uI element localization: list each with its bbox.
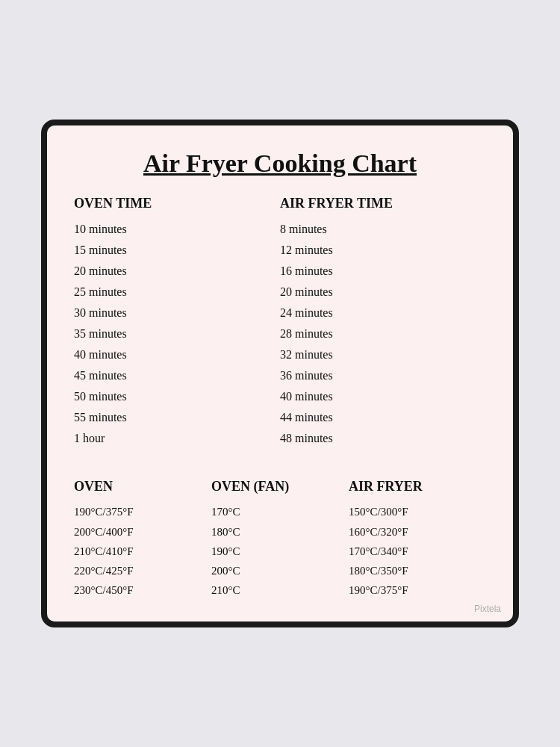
air-fryer-time-item: 8 minutes (280, 219, 486, 240)
oven-time-item: 30 minutes (74, 303, 280, 323)
oven-fan-temp-item: 190°C (211, 542, 349, 561)
air-fryer-temp-list: 150°C/300°F160°C/320°F170°C/340°F180°C/3… (349, 502, 486, 600)
oven-fan-temp-item: 210°C (211, 580, 349, 600)
air-fryer-time-list: 8 minutes12 minutes16 minutes20 minutes2… (280, 219, 486, 449)
oven-fan-header: OVEN (FAN) (211, 479, 349, 495)
air-fryer-time-item: 12 minutes (280, 240, 486, 261)
oven-time-item: 55 minutes (74, 407, 280, 428)
air-fryer-temp-item: 190°C/375°F (349, 580, 486, 600)
air-fryer-time-header: AIR FRYER TIME (280, 196, 486, 211)
main-title: Air Fryer Cooking Chart (74, 149, 486, 178)
oven-time-item: 25 minutes (74, 282, 280, 303)
time-section: OVEN TIME 10 minutes15 minutes20 minutes… (74, 196, 486, 449)
oven-temp-list: 190°C/375°F200°C/400°F210°C/410°F220°C/4… (74, 502, 211, 600)
air-fryer-time-item: 16 minutes (280, 261, 486, 282)
cooking-chart-card: Air Fryer Cooking Chart OVEN TIME 10 min… (41, 120, 519, 627)
air-fryer-time-item: 44 minutes (280, 407, 486, 428)
oven-time-list: 10 minutes15 minutes20 minutes25 minutes… (74, 219, 280, 449)
oven-time-header: OVEN TIME (74, 196, 280, 211)
air-fryer-time-item: 32 minutes (280, 344, 486, 365)
air-fryer-temp-item: 170°C/340°F (349, 542, 486, 561)
oven-time-col: OVEN TIME 10 minutes15 minutes20 minutes… (74, 196, 280, 449)
temp-section: OVEN 190°C/375°F200°C/400°F210°C/410°F22… (74, 470, 486, 600)
air-fryer-temp-item: 160°C/320°F (349, 522, 486, 542)
oven-time-item: 1 hour (74, 428, 280, 449)
air-fryer-time-item: 36 minutes (280, 365, 486, 386)
oven-time-item: 40 minutes (74, 344, 280, 365)
oven-time-item: 45 minutes (74, 365, 280, 386)
oven-time-item: 35 minutes (74, 323, 280, 344)
oven-temp-header: OVEN (74, 479, 211, 495)
air-fryer-time-item: 20 minutes (280, 282, 486, 303)
oven-fan-temp-item: 170°C (211, 502, 349, 521)
oven-time-item: 20 minutes (74, 261, 280, 282)
oven-fan-temp-col: OVEN (FAN) 170°C180°C190°C200°C210°C (211, 479, 349, 600)
watermark: Pixtela (474, 604, 501, 614)
oven-time-item: 50 minutes (74, 386, 280, 407)
air-fryer-time-item: 24 minutes (280, 303, 486, 323)
oven-temp-item: 230°C/450°F (74, 580, 211, 600)
air-fryer-temp-col: AIR FRYER 150°C/300°F160°C/320°F170°C/34… (349, 479, 486, 600)
air-fryer-time-item: 28 minutes (280, 323, 486, 344)
air-fryer-time-item: 40 minutes (280, 386, 486, 407)
oven-temp-item: 220°C/425°F (74, 561, 211, 580)
air-fryer-time-item: 48 minutes (280, 428, 486, 449)
oven-fan-temp-list: 170°C180°C190°C200°C210°C (211, 502, 349, 600)
oven-temp-item: 200°C/400°F (74, 522, 211, 542)
air-fryer-time-col: AIR FRYER TIME 8 minutes12 minutes16 min… (280, 196, 486, 449)
oven-fan-temp-item: 180°C (211, 522, 349, 542)
air-fryer-temp-item: 180°C/350°F (349, 561, 486, 580)
air-fryer-temp-item: 150°C/300°F (349, 502, 486, 521)
oven-temp-item: 190°C/375°F (74, 502, 211, 521)
oven-temp-col: OVEN 190°C/375°F200°C/400°F210°C/410°F22… (74, 479, 211, 600)
oven-temp-item: 210°C/410°F (74, 542, 211, 561)
air-fryer-temp-header: AIR FRYER (349, 479, 486, 495)
oven-fan-temp-item: 200°C (211, 561, 349, 580)
oven-time-item: 15 minutes (74, 240, 280, 261)
oven-time-item: 10 minutes (74, 219, 280, 240)
